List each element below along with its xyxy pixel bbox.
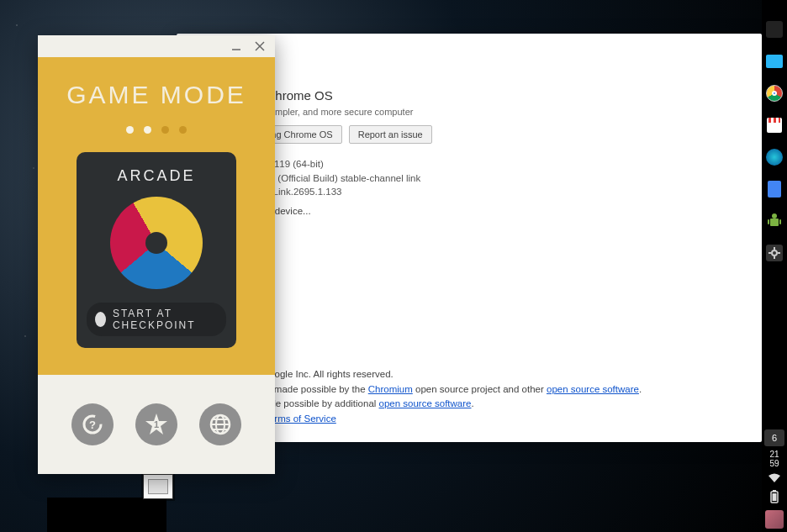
page-dot-3[interactable] [161,126,169,134]
shelf-app-files[interactable] [765,52,784,71]
user-avatar[interactable] [765,510,784,529]
shelf-app-android[interactable] [765,212,784,230]
game-top-panel: GAME MODE ARCADE START AT CHECKPOINT [38,57,275,375]
desktop-wallpaper: About Google Chrome OS The faster, simpl… [0,0,787,532]
page-dot-4[interactable] [179,126,187,134]
page-dot-2[interactable] [144,126,151,134]
shelf-app-circle[interactable] [765,148,784,166]
battery-icon[interactable] [770,490,779,507]
color-wheel-icon [110,197,203,289]
version-block: Version 37.0.2062.119 (64-bit) Platform … [193,157,745,199]
svg-text:?: ? [89,419,96,431]
globe-button[interactable] [199,403,241,445]
platform-line: Platform 5978.80.0 (Official Build) stab… [193,171,745,186]
footer-brand: Google Chrome [193,352,745,367]
footer-chrome-mid: open source project and other [413,384,547,394]
oss-link[interactable]: open source software [547,384,639,394]
system-tray[interactable]: 6 21 59 [762,426,787,532]
game-bottom-bar: ? 1 [38,375,275,474]
close-icon [255,41,265,51]
firmware-line: Firmware Google_Link.2695.1.133 [193,185,745,199]
footer-chromeos-line: Chrome OS is made possible by additional… [193,397,745,412]
shelf-strip [47,498,166,532]
shelf-app-terminal[interactable] [765,20,784,39]
level-badge-button[interactable]: 1 [135,403,177,445]
product-row: Google Chrome OS [193,85,745,105]
checkpoint-label: START AT CHECKPOINT [113,308,218,331]
minimize-button[interactable] [230,40,243,53]
shelf-app-docs[interactable] [765,180,784,198]
svg-point-12 [772,213,777,219]
thumbnail-preview-icon [148,479,168,494]
game-mode-heading: GAME MODE [66,81,246,109]
page-dots [126,126,187,134]
shelf-app-webstore[interactable] [765,116,784,134]
help-round-button[interactable]: ? [71,403,114,445]
android-icon [766,213,783,229]
about-footer: Google Chrome Copyright 2014 Google Inc.… [193,352,745,427]
gear-icon [769,247,780,259]
product-tagline: The faster, simpler, and more secure com… [222,107,745,117]
svg-rect-14 [779,219,781,224]
minimize-icon [231,41,241,51]
version-line: Version 37.0.2062.119 (64-bit) [193,157,745,171]
about-heading: About [193,49,745,68]
tos-link[interactable]: Terms of Service [264,413,336,424]
window-thumbnail[interactable] [143,474,173,499]
svg-point-15 [772,250,777,255]
svg-rect-11 [770,219,779,226]
page-dot-1[interactable] [126,126,134,134]
about-button-row: Get help with using Chrome OS Report an … [193,125,745,144]
period1: . [639,384,642,394]
refresh-question-icon: ? [81,413,104,436]
star-badge-icon: 1 [144,412,169,437]
footer-copyright: Copyright 2014 Google Inc. All rights re… [193,367,745,382]
period2: . [471,398,473,408]
clock-minutes: 59 [769,459,779,468]
titlebar [38,35,275,57]
footer-chrome-line: Google Chrome is made possible by the Ch… [193,382,745,398]
checkpoint-dot-icon [95,312,106,327]
svg-rect-21 [773,490,776,492]
notification-count-badge[interactable]: 6 [764,429,784,446]
svg-rect-22 [773,493,777,501]
level-number: 1 [154,419,159,429]
clock-hours: 21 [769,450,779,459]
shelf-app-chrome[interactable] [765,84,784,103]
wifi-icon[interactable] [768,471,781,487]
close-button[interactable] [253,40,267,53]
report-issue-button[interactable]: Report an issue [349,125,432,144]
chromium-link[interactable]: Chromium [368,384,413,394]
footer-tos-line: Google Chrome Terms of Service [193,412,745,427]
oss-link-2[interactable]: open source software [379,398,472,408]
game-app-window: GAME MODE ARCADE START AT CHECKPOINT [38,35,275,474]
clock[interactable]: 21 59 [769,450,779,468]
shelf: 6 21 59 [762,0,787,532]
globe-icon [209,413,232,436]
arcade-card-title: ARCADE [117,167,195,185]
update-percent: 100% [193,218,745,228]
update-status-row: Updating your device... [193,206,745,216]
shelf-settings[interactable] [765,244,784,262]
svg-rect-13 [768,219,769,224]
arcade-card[interactable]: ARCADE START AT CHECKPOINT [77,152,236,348]
more-info-link[interactable]: More info... [193,228,745,240]
checkpoint-row[interactable]: START AT CHECKPOINT [87,303,226,336]
